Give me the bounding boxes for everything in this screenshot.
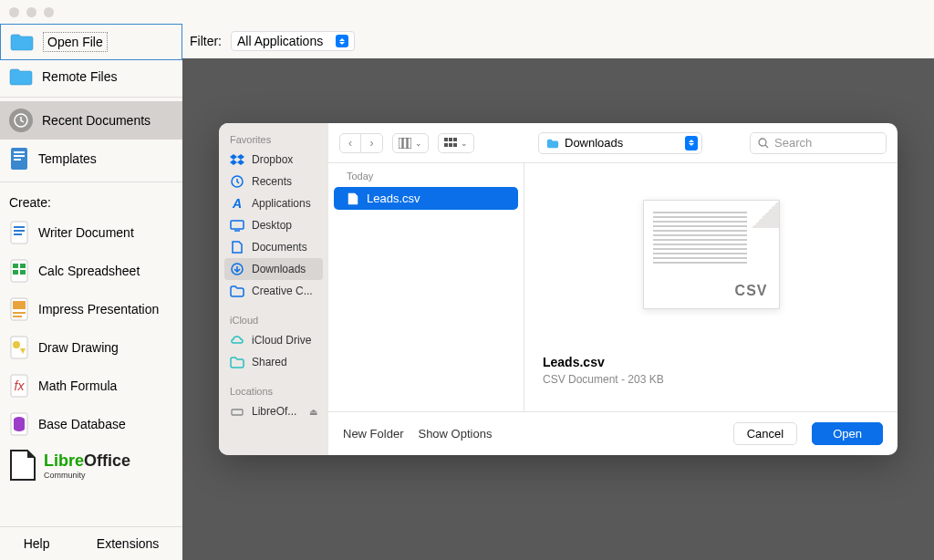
draw-label: Draw Drawing: [38, 340, 119, 355]
maximize-window-icon[interactable]: [44, 7, 54, 17]
open-button[interactable]: Open: [812, 422, 883, 445]
writer-button[interactable]: Writer Document: [0, 213, 182, 252]
svg-rect-17: [13, 316, 22, 317]
start-center-sidebar: Open File Remote Files Recent Documents …: [0, 24, 182, 560]
new-folder-button[interactable]: New Folder: [343, 427, 403, 441]
svg-rect-5: [11, 222, 27, 244]
svg-text:A: A: [232, 196, 242, 211]
preview-meta: CSV Document - 203 KB: [543, 373, 879, 386]
file-item-leads-csv[interactable]: Leads.csv: [334, 187, 518, 210]
help-link[interactable]: Help: [24, 536, 50, 551]
shared-folder-icon: [230, 355, 244, 369]
location-dropdown[interactable]: Downloads: [538, 132, 702, 154]
bottom-links: Help Extensions: [0, 526, 182, 560]
minimize-window-icon[interactable]: [26, 7, 36, 17]
eject-icon[interactable]: ⏏: [309, 407, 317, 417]
templates-icon: [9, 147, 29, 171]
recent-documents-button[interactable]: Recent Documents: [0, 101, 182, 140]
nav-back-button[interactable]: ‹: [339, 133, 361, 153]
sidebar-item-desktop[interactable]: Desktop: [219, 214, 328, 236]
svg-rect-36: [444, 143, 448, 147]
filter-label: Filter:: [190, 34, 222, 48]
math-button[interactable]: fx Math Formula: [0, 367, 182, 405]
calc-icon: [9, 259, 29, 283]
svg-rect-13: [20, 270, 26, 275]
dropbox-icon: [230, 152, 244, 167]
file-list: Today Leads.csv: [328, 163, 524, 411]
recent-documents-label: Recent Documents: [42, 113, 150, 128]
columns-icon: [399, 138, 411, 149]
search-input[interactable]: Search: [750, 132, 887, 154]
libreoffice-logo: LibreOffice Community: [0, 443, 182, 487]
locations-section-label: Locations: [219, 382, 328, 400]
base-button[interactable]: Base Database: [0, 405, 182, 443]
sidebar-item-recents[interactable]: Recents: [219, 171, 328, 192]
svg-rect-11: [20, 264, 26, 268]
sidebar-item-downloads[interactable]: Downloads: [224, 258, 323, 280]
preview-filename: Leads.csv: [543, 355, 879, 369]
icloud-section-label: iCloud: [219, 311, 328, 329]
file-preview: CSV Leads.csv CSV Document - 203 KB: [524, 163, 898, 411]
divider: [0, 181, 182, 182]
templates-button[interactable]: Templates: [0, 140, 182, 178]
logo-main-text: LibreOffice: [44, 451, 130, 471]
dialog-footer: New Folder Show Options Cancel Open: [328, 411, 898, 455]
divider: [0, 97, 182, 98]
cancel-button[interactable]: Cancel: [733, 422, 797, 445]
close-window-icon[interactable]: [9, 7, 19, 17]
sidebar-item-creative[interactable]: Creative C...: [219, 280, 328, 302]
chevron-down-icon: ⌄: [461, 139, 468, 148]
svg-rect-8: [14, 233, 22, 235]
view-grid-button[interactable]: ⌄: [438, 133, 474, 153]
writer-icon: [9, 221, 29, 244]
dialog-toolbar: ‹ › ⌄ ⌄ Downloads Searc: [328, 123, 898, 163]
cloud-icon: [230, 333, 244, 347]
folder-icon: [230, 284, 244, 298]
remote-files-button[interactable]: Remote Files: [0, 60, 182, 93]
sidebar-item-dropbox[interactable]: Dropbox: [219, 149, 328, 171]
svg-rect-38: [453, 143, 457, 147]
sidebar-item-icloud-drive[interactable]: iCloud Drive: [219, 329, 328, 351]
impress-button[interactable]: Impress Presentation: [0, 290, 182, 328]
file-open-dialog: Favorites Dropbox Recents A Applications…: [219, 123, 898, 455]
open-file-button[interactable]: Open File: [0, 24, 182, 60]
nav-forward-button[interactable]: ›: [361, 133, 383, 153]
svg-rect-18: [11, 337, 27, 358]
create-label: Create:: [0, 186, 182, 213]
dropdown-arrows-icon: [336, 35, 348, 47]
svg-rect-7: [14, 230, 25, 232]
sidebar-item-libreoffice-disk[interactable]: LibreOf... ⏏: [219, 400, 328, 422]
svg-rect-30: [399, 138, 402, 149]
sidebar-item-applications[interactable]: A Applications: [219, 192, 328, 214]
impress-icon: [9, 297, 29, 321]
filter-select[interactable]: All Applications: [231, 31, 355, 51]
sidebar-item-shared[interactable]: Shared: [219, 351, 328, 373]
view-columns-button[interactable]: ⌄: [392, 133, 429, 153]
clock-icon: [230, 174, 244, 189]
filter-bar: Filter: All Applications: [182, 24, 934, 58]
math-icon: fx: [9, 374, 29, 398]
svg-point-19: [13, 341, 20, 348]
svg-rect-16: [13, 312, 26, 314]
svg-rect-29: [232, 410, 243, 415]
search-icon: [758, 138, 769, 149]
base-label: Base Database: [38, 417, 126, 431]
logo-icon: [9, 449, 36, 482]
open-file-label: Open File: [43, 32, 108, 52]
dropdown-arrows-icon: [685, 136, 698, 150]
sidebar-item-documents[interactable]: Documents: [219, 236, 328, 258]
templates-label: Templates: [38, 151, 97, 166]
svg-rect-37: [449, 143, 452, 147]
svg-rect-10: [13, 264, 18, 268]
svg-rect-12: [13, 270, 18, 275]
remote-files-label: Remote Files: [42, 69, 117, 84]
draw-button[interactable]: Draw Drawing: [0, 328, 182, 367]
svg-rect-34: [449, 138, 452, 141]
calc-button[interactable]: Calc Spreadsheet: [0, 252, 182, 290]
writer-label: Writer Document: [38, 225, 134, 240]
extensions-link[interactable]: Extensions: [97, 536, 159, 551]
show-options-button[interactable]: Show Options: [418, 427, 492, 441]
file-group-label: Today: [328, 163, 524, 187]
location-label: Downloads: [565, 136, 623, 150]
file-icon: [347, 192, 359, 205]
